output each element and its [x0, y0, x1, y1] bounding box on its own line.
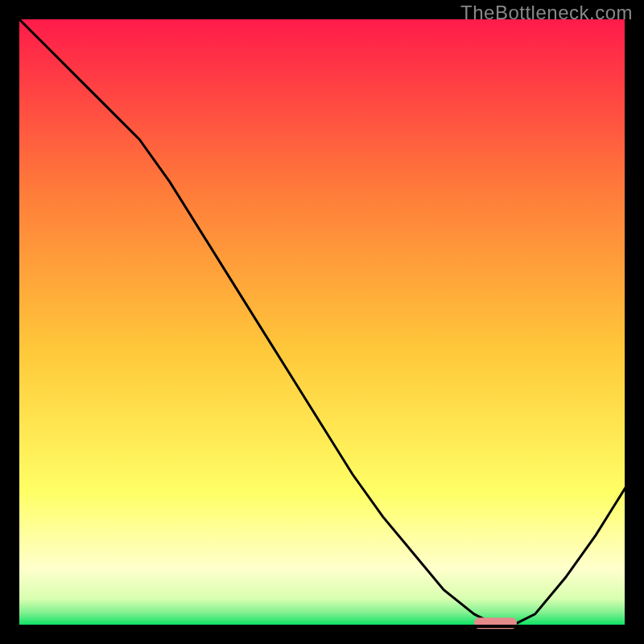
bottleneck-chart: [0, 0, 644, 644]
watermark-text: TheBottleneck.com: [460, 2, 633, 24]
chart-container: TheBottleneck.com: [0, 0, 644, 644]
